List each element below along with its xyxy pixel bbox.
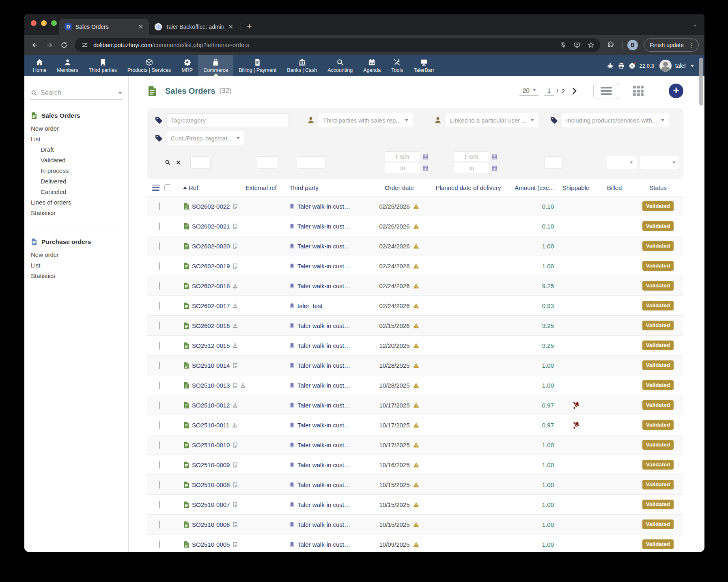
print-icon[interactable] — [618, 62, 625, 69]
menubar-item-commerce[interactable]: Commerce — [198, 55, 233, 76]
planned-date-to-input[interactable]: to — [454, 163, 489, 173]
order-ref-link[interactable]: SO2510-0008 — [192, 481, 230, 488]
clear-filter-icon[interactable] — [175, 159, 181, 166]
third-party-link[interactable]: Taler walk-in cust… — [297, 422, 350, 429]
amount-filter-input[interactable] — [544, 156, 563, 169]
row-checkbox[interactable] — [159, 501, 160, 509]
install-page-icon[interactable] — [572, 40, 582, 50]
column-header-status[interactable]: Status — [649, 184, 667, 191]
row-checkbox[interactable] — [159, 481, 160, 489]
third-party-link[interactable]: taler_test — [297, 302, 323, 309]
order-ref-link[interactable]: SO2602-0021 — [192, 223, 230, 230]
menubar-item-third-parties[interactable]: Third parties — [83, 55, 122, 76]
minimize-window-button[interactable] — [41, 20, 47, 26]
menubar-item-products-services[interactable]: Products | Services — [122, 55, 176, 76]
column-header-order-date[interactable]: Order date — [385, 184, 414, 191]
menubar-item-banks-cash[interactable]: Banks | Cash — [282, 55, 322, 76]
reload-button[interactable] — [58, 39, 71, 52]
user-menu-caret-icon[interactable] — [691, 65, 694, 67]
amount-value[interactable]: 1.00 — [542, 263, 556, 269]
row-checkbox[interactable] — [159, 401, 160, 409]
page-scrollbar[interactable] — [699, 58, 703, 106]
order-ref-link[interactable]: SO2602-0020 — [192, 243, 230, 250]
page-size-select[interactable]: 20 — [519, 86, 538, 96]
list-fields-icon[interactable] — [152, 185, 159, 191]
note-icon[interactable] — [232, 382, 238, 388]
column-header-amount[interactable]: Amount (exc... — [515, 184, 556, 191]
third-party-link[interactable]: Taler walk-in cust… — [297, 203, 350, 210]
note-icon[interactable] — [232, 462, 238, 468]
new-tab-button[interactable]: + — [243, 21, 256, 32]
third-party-link[interactable]: Taler walk-in cust… — [297, 481, 350, 488]
note-icon[interactable] — [232, 263, 238, 269]
menubar-item-talerbarr[interactable]: TalerBarr — [408, 55, 439, 76]
order-ref-link[interactable]: SO2602-0019 — [192, 263, 230, 269]
row-checkbox[interactable] — [159, 441, 160, 449]
calendar-icon[interactable] — [422, 154, 429, 160]
column-header-billed[interactable]: Billed — [607, 184, 622, 191]
order-date-to-input[interactable]: to — [385, 163, 420, 173]
order-ref-link[interactable]: SO2510-0009 — [192, 461, 230, 468]
tab-sales-orders[interactable]: D Sales Orders ✕ — [59, 19, 149, 35]
status-filter-select[interactable] — [640, 156, 679, 169]
row-checkbox[interactable] — [159, 421, 160, 429]
note-icon[interactable] — [232, 522, 238, 528]
sidebar-item-statistics[interactable]: Statistics — [24, 208, 128, 218]
third-party-link[interactable]: Taler walk-in cust… — [297, 382, 350, 389]
row-checkbox[interactable] — [159, 282, 160, 290]
browser-menu-icon[interactable]: ⋮ — [687, 42, 696, 48]
column-header-ref[interactable]: Ref. — [174, 184, 246, 191]
column-header-third-party[interactable]: Third party — [286, 184, 377, 191]
third-party-link[interactable]: Taler walk-in cust… — [297, 461, 350, 468]
sidebar-item-statistics[interactable]: Statistics — [24, 271, 128, 281]
sidebar-item-new-order[interactable]: New order — [24, 123, 128, 134]
amount-value[interactable]: 9.25 — [542, 322, 556, 329]
menubar-item-agenda[interactable]: Agenda — [358, 55, 386, 76]
third-party-link[interactable]: Taler walk-in cust… — [297, 362, 350, 369]
note-icon[interactable] — [232, 482, 238, 488]
amount-value[interactable]: 1.00 — [542, 362, 556, 369]
order-date-from-input[interactable]: From — [385, 151, 420, 162]
download-icon[interactable] — [240, 382, 246, 388]
user-menu[interactable]: taler — [675, 63, 686, 69]
row-checkbox[interactable] — [159, 541, 160, 548]
note-icon[interactable] — [232, 502, 238, 508]
close-window-button[interactable] — [31, 20, 37, 26]
close-tab-icon[interactable]: ✕ — [227, 23, 234, 30]
sidebar-item-list[interactable]: List — [24, 134, 128, 144]
download-icon[interactable] — [232, 303, 238, 309]
cust-prosp-select[interactable]: Cust./Prosp. tags/cat... — [166, 131, 244, 145]
order-ref-link[interactable]: SO2602-0018 — [192, 282, 230, 289]
note-icon[interactable] — [232, 541, 238, 548]
amount-value[interactable]: 1.00 — [542, 442, 556, 448]
menubar-item-billing-payment[interactable]: Billing | Payment — [233, 55, 282, 76]
order-ref-link[interactable]: SO2510-0014 — [192, 362, 230, 369]
select-all-checkbox[interactable] — [164, 184, 171, 191]
row-checkbox[interactable] — [159, 203, 160, 210]
row-checkbox[interactable] — [159, 382, 160, 389]
planned-date-from-input[interactable]: From — [454, 151, 489, 162]
amount-value[interactable]: 0.10 — [542, 203, 556, 210]
calendar-icon[interactable] — [491, 165, 498, 171]
third-party-link[interactable]: Taler walk-in cust… — [297, 263, 350, 269]
sidebar-item-lines-of-orders[interactable]: Lines of orders — [24, 197, 128, 208]
sidebar-item-new-order[interactable]: New order — [24, 250, 128, 260]
tab-list-button[interactable]: ⌄ — [690, 19, 700, 29]
sidebar-item-delivered[interactable]: Delivered — [24, 176, 128, 187]
finish-update-button[interactable]: Finish update ⋮ — [644, 39, 699, 52]
amount-value[interactable]: 1.00 — [542, 521, 556, 528]
third-party-link[interactable]: Taler walk-in cust… — [297, 442, 350, 448]
order-ref-link[interactable]: SO2510-0006 — [192, 521, 230, 528]
amount-value[interactable]: 1.00 — [542, 461, 556, 468]
next-page-button[interactable] — [570, 86, 579, 95]
row-checkbox[interactable] — [159, 461, 160, 469]
browser-profile-avatar[interactable]: B — [627, 40, 638, 50]
third-party-link[interactable]: Taler walk-in cust… — [297, 322, 350, 329]
column-header-external-ref[interactable]: External ref — [246, 184, 286, 191]
sidebar-item-list[interactable]: List — [24, 260, 128, 271]
third-party-link[interactable]: Taler walk-in cust… — [297, 342, 350, 349]
row-checkbox[interactable] — [159, 521, 160, 528]
apply-filter-icon[interactable] — [165, 159, 171, 166]
amount-value[interactable]: 0.97 — [542, 402, 556, 409]
third-party-sales-rep-select[interactable]: Third parties with sales rep... — [319, 113, 413, 127]
